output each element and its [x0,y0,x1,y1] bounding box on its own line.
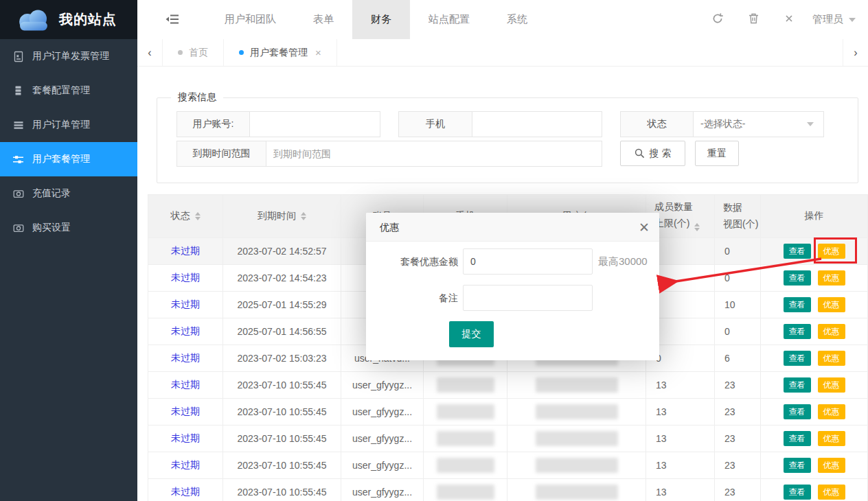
discount-button[interactable]: 优惠 [818,404,845,419]
actions-cell: 查看优惠 [761,292,868,318]
account-cell: user_gfyygz... [341,479,424,501]
status-cell: 未过期 [148,345,223,372]
topnav-item[interactable]: 表单 [295,0,352,39]
discount-button[interactable]: 优惠 [818,351,845,366]
tab[interactable]: 用户套餐管理× [224,39,337,66]
actions-cell: 查看优惠 [761,318,868,345]
chevron-down-icon [849,18,856,22]
topnav-item[interactable]: 站点配置 [410,0,488,39]
account-cell: user_gfyygz... [341,426,424,452]
status-cell: 未过期 [148,265,223,292]
collapse-sidebar-icon[interactable] [165,12,180,26]
site-title: 我的站点 [59,10,117,29]
money-icon [12,188,24,200]
actions-cell: 查看优惠 [761,372,868,399]
sidebar-item[interactable]: 充值记录 [0,176,137,211]
close-icon[interactable]: ✕ [639,220,650,235]
view-button[interactable]: 查看 [784,458,811,473]
trash-icon[interactable] [735,12,771,27]
search-panel: 搜索信息 [157,91,858,183]
sidebar-item[interactable]: 用户套餐管理 [0,142,137,176]
data-views-cell: 23 [715,479,761,501]
status-select[interactable]: -选择状态- [694,111,824,137]
sort-icon[interactable] [694,223,700,231]
refresh-icon[interactable] [700,12,735,27]
member-limit-cell: 13 [646,452,715,479]
sidebar-item[interactable]: 套餐配置管理 [0,73,137,108]
sidebar-item-label: 用户订单发票管理 [32,50,109,62]
discount-button[interactable]: 优惠 [818,458,845,473]
topnav-item[interactable]: 系统 [488,0,546,39]
view-button[interactable]: 查看 [784,324,811,339]
sidebar-item[interactable]: 用户订单管理 [0,108,137,142]
chevron-down-icon [807,122,814,126]
sidebar-item-label: 用户套餐管理 [32,153,90,165]
data-views-cell: 0 [715,265,761,292]
view-button[interactable]: 查看 [784,351,811,366]
column-header-label: 状态 [171,210,190,222]
discount-button[interactable]: 优惠 [818,485,845,500]
expire-time-cell: 2023-07-02 14:52:57 [223,238,341,265]
expire-time-cell: 2023-07-10 10:55:45 [223,399,341,426]
amount-input[interactable] [463,248,593,275]
date-range-input[interactable] [266,141,602,167]
sidebar-item-label: 购买设置 [32,222,71,234]
search-button[interactable]: 搜 索 [620,141,685,166]
phone-input[interactable] [472,111,602,137]
fullscreen-icon[interactable] [771,12,807,27]
view-button[interactable]: 查看 [784,404,811,419]
discount-button[interactable]: 优惠 [818,377,845,393]
sidebar-item-label: 充值记录 [32,187,71,200]
actions-cell: 查看优惠 [761,265,868,292]
reset-button[interactable]: 重置 [695,141,739,166]
expire-time-cell: 2023-07-02 14:54:23 [223,265,341,292]
expire-time-cell: 2023-07-10 10:55:45 [223,479,341,501]
expire-time-cell: 2023-07-10 10:55:45 [223,372,341,399]
view-button[interactable]: 查看 [784,485,811,500]
search-panel-legend: 搜索信息 [171,91,223,104]
tabs-scroll-left-icon[interactable]: ‹ [137,39,163,66]
account-input[interactable] [250,111,380,137]
actions-cell: 查看优惠 [761,426,868,452]
tab-label: 首页 [189,47,208,59]
discount-button[interactable]: 优惠 [818,244,845,259]
submit-button[interactable]: 提交 [449,321,494,347]
tab-label: 用户套餐管理 [250,47,308,59]
status-cell: 未过期 [148,399,223,426]
column-header[interactable]: 到期时间 [223,195,341,238]
table-row: 未过期2023-07-10 10:55:45user_gfyygz...1323… [148,426,868,452]
discount-button[interactable]: 优惠 [818,297,845,312]
redacted-username [536,485,618,500]
data-views-cell: 23 [715,372,761,399]
data-views-cell: 10 [715,292,761,318]
view-button[interactable]: 查看 [784,431,811,446]
tab-close-icon[interactable]: × [315,47,321,58]
view-button[interactable]: 查看 [784,377,811,393]
sidebar-item[interactable]: 购买设置 [0,211,137,245]
status-select-value: -选择状态- [700,118,745,130]
member-limit-cell: 13 [646,426,715,452]
phone-cell [424,479,507,501]
view-button[interactable]: 查看 [784,244,811,259]
expire-time-cell: 2025-07-01 14:56:55 [223,318,341,345]
column-header[interactable]: 状态 [148,195,223,238]
phone-label: 手机 [398,111,472,137]
tab[interactable]: 首页 [163,39,224,66]
topnav-item[interactable]: 财务 [352,0,410,39]
money-icon [12,222,24,234]
view-button[interactable]: 查看 [784,270,811,286]
sort-icon[interactable] [195,212,201,220]
view-button[interactable]: 查看 [784,297,811,312]
remark-input[interactable] [463,285,593,311]
sort-icon[interactable] [301,212,306,220]
topnav-item[interactable]: 用户和团队 [206,0,295,39]
tab-bar: ‹ 首页用户套餐管理× › [137,39,868,67]
admin-dropdown[interactable]: 管理员 [807,13,868,26]
tabs-scroll-right-icon[interactable]: › [843,39,868,66]
sidebar-item-label: 用户订单管理 [32,119,90,131]
discount-button[interactable]: 优惠 [818,270,845,286]
discount-button[interactable]: 优惠 [818,324,845,339]
status-text: 未过期 [171,486,200,498]
sidebar-item[interactable]: 用户订单发票管理 [0,39,137,73]
discount-button[interactable]: 优惠 [818,431,845,446]
